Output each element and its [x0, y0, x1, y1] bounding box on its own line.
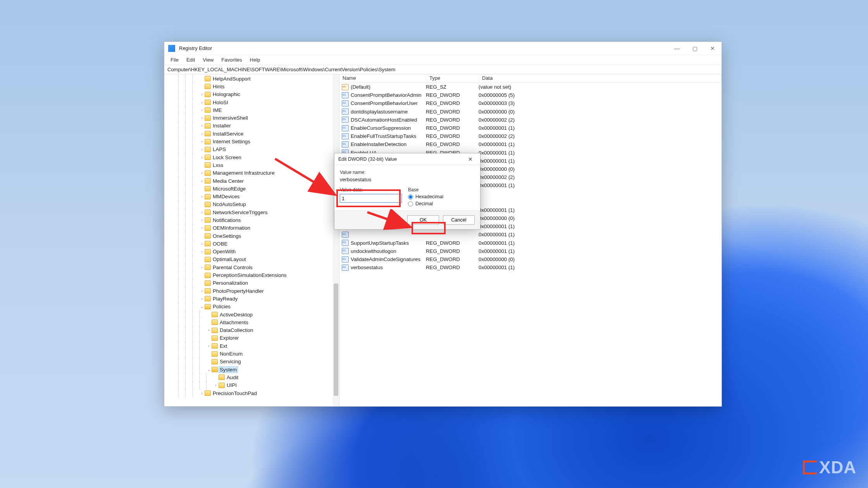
- tree-expander[interactable]: ⌄: [199, 304, 205, 309]
- tree-expander[interactable]: ›: [199, 92, 205, 96]
- tree-item[interactable]: Personalization: [164, 279, 339, 287]
- minimize-button[interactable]: —: [668, 42, 686, 55]
- tree-item[interactable]: ›Parental Controls: [164, 263, 339, 271]
- titlebar[interactable]: Registry Editor — ▢ ✕: [164, 42, 722, 55]
- tree-item[interactable]: PerceptionSimulationExtensions: [164, 271, 339, 279]
- radio-decimal[interactable]: Decimal: [408, 201, 475, 206]
- dialog-titlebar[interactable]: Edit DWORD (32-bit) Value ✕: [334, 153, 480, 165]
- tree-item[interactable]: ›PrecisionTouchPad: [164, 389, 339, 397]
- tree-expander[interactable]: ›: [199, 210, 205, 215]
- tree-item[interactable]: ›PlayReady: [164, 295, 339, 302]
- value-row[interactable]: EnableFullTrustStartupTasksREG_DWORD0x00…: [339, 132, 722, 140]
- tree-item[interactable]: ›LAPS: [164, 146, 339, 153]
- value-row[interactable]: undockwithoutlogonREG_DWORD0x00000001 (1…: [339, 247, 722, 255]
- value-row[interactable]: dontdisplaylastusernameREG_DWORD0x000000…: [339, 108, 722, 116]
- value-row[interactable]: ValidateAdminCodeSignaturesREG_DWORD0x00…: [339, 255, 722, 263]
- tree-item[interactable]: Servicing: [164, 358, 339, 366]
- tree-item[interactable]: ›Installer: [164, 122, 339, 130]
- value-data-input[interactable]: [340, 194, 402, 203]
- tree-expander[interactable]: ›: [199, 155, 205, 160]
- tree-item[interactable]: ⌄System: [164, 366, 339, 373]
- tree-item[interactable]: Attachments: [164, 318, 339, 326]
- tree-pane[interactable]: HelpAndSupport Hints›Holographic›HoloSI›…: [164, 74, 339, 406]
- tree-item[interactable]: ⌄Policies: [164, 303, 339, 311]
- value-row[interactable]: SupportUwpStartupTasksREG_DWORD0x0000000…: [339, 239, 722, 247]
- tree-item[interactable]: MicrosoftEdge: [164, 185, 339, 192]
- tree-expander[interactable]: ›: [199, 391, 205, 395]
- tree-item[interactable]: ›InstallService: [164, 130, 339, 137]
- tree-item[interactable]: ›DataCollection: [164, 326, 339, 334]
- menu-help[interactable]: Help: [246, 56, 264, 64]
- close-button[interactable]: ✕: [704, 42, 722, 55]
- menu-favorites[interactable]: Favorites: [217, 56, 246, 64]
- tree-item[interactable]: Audit: [164, 373, 339, 381]
- tree-scrollbar[interactable]: [333, 74, 339, 406]
- tree-item[interactable]: NonEnum: [164, 350, 339, 357]
- ok-button[interactable]: OK: [407, 215, 439, 225]
- value-row[interactable]: ConsentPromptBehaviorAdminREG_DWORD0x000…: [339, 91, 722, 99]
- tree-expander[interactable]: ›: [199, 249, 205, 254]
- tree-item[interactable]: ActiveDesktop: [164, 311, 339, 318]
- tree-item[interactable]: Lxss: [164, 161, 339, 169]
- list-header[interactable]: Name Type Data: [339, 74, 722, 83]
- tree-item[interactable]: Explorer: [164, 334, 339, 342]
- tree-item[interactable]: ›Media Center: [164, 177, 339, 185]
- tree-item[interactable]: ›Holographic: [164, 91, 339, 98]
- maximize-button[interactable]: ▢: [686, 42, 704, 55]
- tree-expander[interactable]: ›: [199, 297, 205, 301]
- tree-item[interactable]: HelpAndSupport: [164, 75, 339, 82]
- tree-expander[interactable]: ›: [199, 289, 205, 293]
- tree-expander[interactable]: ›: [199, 179, 205, 183]
- tree-item[interactable]: NcdAutoSetup: [164, 201, 339, 208]
- tree-expander[interactable]: ›: [199, 124, 205, 128]
- col-header-type[interactable]: Type: [426, 74, 479, 82]
- radio-hex-input[interactable]: [408, 194, 413, 199]
- value-row[interactable]: 0x00000001 (1): [339, 230, 722, 239]
- tree-expander[interactable]: ›: [199, 108, 205, 112]
- tree-item[interactable]: OptimalLayout: [164, 256, 339, 263]
- tree-item[interactable]: ›UIPI: [164, 381, 339, 389]
- tree-item[interactable]: ›Internet Settings: [164, 137, 339, 145]
- value-row[interactable]: (Default)REG_SZ(value not set): [339, 83, 722, 91]
- value-row[interactable]: EnableCursorSuppressionREG_DWORD0x000000…: [339, 124, 722, 132]
- tree-item[interactable]: ›PhotoPropertyHandler: [164, 287, 339, 295]
- tree-expander[interactable]: ›: [199, 147, 205, 151]
- tree-expander[interactable]: ›: [199, 265, 205, 270]
- radio-dec-input[interactable]: [408, 201, 413, 206]
- tree-item[interactable]: ›OEMInformation: [164, 224, 339, 232]
- tree-expander[interactable]: ›: [199, 132, 205, 136]
- col-header-name[interactable]: Name: [339, 74, 426, 82]
- tree-scroll-thumb[interactable]: [334, 284, 338, 396]
- tree-item[interactable]: ›ImmersiveShell: [164, 114, 339, 122]
- tree-expander[interactable]: ›: [199, 242, 205, 246]
- tree-item[interactable]: ›Ext: [164, 342, 339, 350]
- tree-item[interactable]: ›IME: [164, 106, 339, 114]
- tree-expander[interactable]: ›: [199, 171, 205, 175]
- tree-expander[interactable]: ›: [206, 344, 212, 348]
- tree-expander[interactable]: ›: [199, 226, 205, 230]
- tree-item[interactable]: ›Management Infrastructure: [164, 169, 339, 177]
- value-row[interactable]: verbosestatusREG_DWORD0x00000001 (1): [339, 263, 722, 271]
- radio-hexadecimal[interactable]: Hexadecimal: [408, 194, 475, 199]
- menu-file[interactable]: File: [167, 56, 183, 64]
- value-row[interactable]: DSCAutomationHostEnabledREG_DWORD0x00000…: [339, 116, 722, 124]
- values-pane[interactable]: Name Type Data (Default)REG_SZ(value not…: [339, 74, 722, 406]
- dialog-close-button[interactable]: ✕: [465, 153, 476, 165]
- value-row[interactable]: ConsentPromptBehaviorUserREG_DWORD0x0000…: [339, 99, 722, 107]
- value-row[interactable]: EnableInstallerDetectionREG_DWORD0x00000…: [339, 140, 722, 148]
- cancel-button[interactable]: Cancel: [443, 215, 475, 225]
- menu-view[interactable]: View: [199, 56, 217, 64]
- tree-expander[interactable]: ›: [206, 328, 212, 332]
- menu-edit[interactable]: Edit: [183, 56, 199, 64]
- tree-expander[interactable]: ›: [199, 194, 205, 199]
- tree-expander[interactable]: ›: [199, 139, 205, 144]
- tree-expander[interactable]: ›: [199, 218, 205, 222]
- tree-expander[interactable]: ›: [199, 116, 205, 120]
- tree-item[interactable]: ›OpenWith: [164, 248, 339, 256]
- tree-item[interactable]: ›MMDevices: [164, 192, 339, 200]
- tree-item[interactable]: ›Lock Screen: [164, 153, 339, 161]
- address-bar[interactable]: Computer\HKEY_LOCAL_MACHINE\SOFTWARE\Mic…: [164, 65, 722, 74]
- tree-item[interactable]: OneSettings: [164, 232, 339, 240]
- tree-expander[interactable]: ›: [199, 100, 205, 105]
- tree-item[interactable]: ›OOBE: [164, 240, 339, 247]
